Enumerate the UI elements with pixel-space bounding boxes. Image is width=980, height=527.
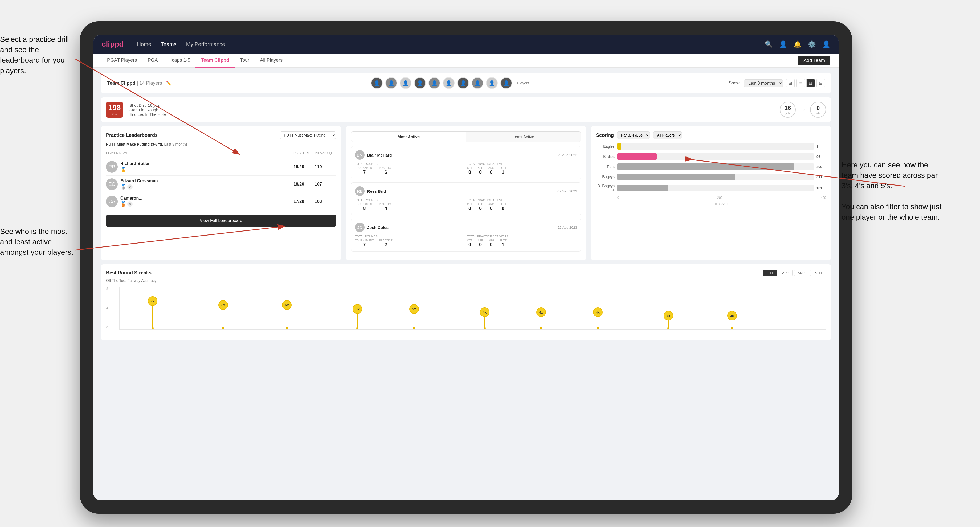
grid-view-icon[interactable]: ⊞ bbox=[786, 79, 795, 87]
add-team-button[interactable]: Add Team bbox=[798, 56, 830, 65]
pin-line bbox=[541, 317, 541, 327]
bogeys-label: Bogeys bbox=[596, 175, 615, 179]
rounds-row: Tournament 7 Practice 6 bbox=[355, 167, 465, 175]
activity-tabs: Most Active Least Active bbox=[351, 132, 581, 142]
table-header: PLAYER NAME PB SCORE PB AVG SQ bbox=[106, 150, 336, 156]
dbogeys-value: 131 bbox=[816, 186, 826, 190]
dbogeys-fill bbox=[617, 185, 668, 191]
subnav-hcaps[interactable]: Hcaps 1-5 bbox=[163, 54, 196, 68]
player-name: Richard Butler bbox=[120, 161, 150, 166]
tournament-value: 8 bbox=[355, 206, 374, 211]
end-lie: End Lie: In The Hole bbox=[129, 112, 773, 117]
streaks-tab-app[interactable]: APP bbox=[779, 270, 792, 276]
streak-pin: 4x bbox=[536, 307, 546, 329]
par-filter-select[interactable]: Par 3, 4 & 5s Par 3s Par 4s Par 5s bbox=[617, 132, 650, 139]
pb-score: 19/20 bbox=[293, 165, 315, 169]
tab-least-active[interactable]: Least Active bbox=[466, 132, 581, 141]
subnav-tour[interactable]: Tour bbox=[235, 54, 255, 68]
app-stat: APP 0 bbox=[478, 167, 483, 175]
distance-circle-1: 16 yds bbox=[780, 102, 796, 117]
streak-pin: 6x bbox=[218, 300, 228, 329]
tournament-value: 7 bbox=[355, 170, 374, 175]
player-avatar: EC bbox=[106, 178, 118, 190]
nav-home[interactable]: Home bbox=[137, 41, 151, 48]
col-player-name: PLAYER NAME bbox=[106, 151, 293, 155]
pars-value: 499 bbox=[816, 165, 826, 169]
subnav-team-clippd[interactable]: Team Clippd bbox=[196, 54, 235, 68]
chart-xaxis: 0 200 400 bbox=[596, 196, 826, 200]
tournament-label: Tournament bbox=[355, 167, 374, 170]
putt-value: 1 bbox=[500, 170, 506, 175]
bar-row-pars: Pars 499 bbox=[596, 163, 826, 170]
streak-pin: 4x bbox=[480, 307, 490, 329]
pin-dot bbox=[540, 327, 542, 329]
ott-label: OTT bbox=[467, 239, 473, 242]
bogeys-value: 311 bbox=[816, 175, 826, 179]
bogeys-fill bbox=[617, 173, 735, 180]
pin-label: 3x bbox=[663, 311, 673, 321]
app-label: APP bbox=[478, 167, 483, 170]
player-name: Cameron... bbox=[120, 196, 142, 201]
player-badge: 🥇 bbox=[120, 167, 150, 173]
arg-value: 0 bbox=[488, 206, 494, 211]
circle1-value: 16 bbox=[784, 105, 791, 111]
user-avatar-icon[interactable]: 👤 bbox=[822, 40, 830, 48]
show-period-select[interactable]: Last 3 months Last 6 months Last year bbox=[744, 79, 783, 87]
score-unit: SC bbox=[112, 112, 117, 116]
practice-activities-label: Total Practice Activities bbox=[467, 162, 577, 165]
avatar: 👤 bbox=[385, 77, 397, 89]
drill-select[interactable]: PUTT Must Make Putting... bbox=[280, 132, 336, 139]
annotation-top-left: Select a practice drill and see the lead… bbox=[0, 34, 75, 76]
streaks-tab-arg[interactable]: ARG bbox=[794, 270, 808, 276]
score-connector: → bbox=[800, 106, 806, 113]
pin-line bbox=[223, 310, 223, 327]
badge-number: 3 bbox=[127, 202, 133, 207]
practice-label: Practice bbox=[379, 203, 393, 206]
view-full-leaderboard-button[interactable]: View Full Leaderboard bbox=[106, 214, 336, 227]
practice-activities-group: Total Practice Activities OTT 0 APP 0 bbox=[467, 198, 577, 211]
arg-stat: ARG 0 bbox=[488, 239, 494, 248]
circle1-unit: yds bbox=[785, 111, 790, 115]
birdies-track bbox=[617, 153, 814, 160]
score-red-box: 198 SC bbox=[106, 102, 123, 117]
scoring-panel: Scoring Par 3, 4 & 5s Par 3s Par 4s Par … bbox=[591, 126, 831, 260]
pac-stats: Total Rounds Tournament 7 Practice 6 bbox=[355, 162, 577, 175]
subnav-pga[interactable]: PGA bbox=[142, 54, 163, 68]
settings-icon[interactable]: ⚙️ bbox=[808, 40, 816, 48]
leaderboard-title: Practice Leaderboards bbox=[106, 133, 158, 138]
pin-label: 4x bbox=[480, 307, 490, 317]
app-label: APP bbox=[478, 239, 483, 242]
person-icon[interactable]: 👤 bbox=[779, 40, 787, 48]
subnav-pgat[interactable]: PGAT Players bbox=[102, 54, 142, 68]
player-info: CA Cameron... 🥉 3 bbox=[106, 195, 293, 207]
player-avatar: CA bbox=[106, 195, 118, 207]
subnav-all-players[interactable]: All Players bbox=[255, 54, 288, 68]
player-filter-select[interactable]: All Players bbox=[653, 132, 682, 139]
nav-performance[interactable]: My Performance bbox=[186, 41, 225, 48]
putt-stat: PUTT 1 bbox=[500, 239, 506, 248]
tab-most-active[interactable]: Most Active bbox=[351, 132, 466, 141]
subnav: PGAT Players PGA Hcaps 1-5 Team Clippd T… bbox=[93, 54, 839, 68]
pin-label: 7x bbox=[148, 296, 158, 306]
streaks-tab-putt[interactable]: PUTT bbox=[810, 270, 826, 276]
pac-header: RB Rees Britt 02 Sep 2023 bbox=[355, 186, 577, 196]
activity-card: BM Blair McHarg 26 Aug 2023 Total Rounds… bbox=[351, 146, 581, 179]
table-view-icon[interactable]: ≡ bbox=[796, 79, 805, 87]
card-view-icon[interactable]: ▦ bbox=[807, 79, 815, 87]
putt-value: 1 bbox=[500, 242, 506, 248]
table-row: RB Richard Butler 🥇 19/20 110 bbox=[106, 158, 336, 176]
streaks-title: Best Round Streaks bbox=[106, 270, 151, 276]
arg-label: ARG bbox=[488, 203, 494, 206]
streaks-tab-ott[interactable]: OTT bbox=[763, 270, 777, 276]
tournament-label: Tournament bbox=[355, 203, 374, 206]
scoring-header: Scoring Par 3, 4 & 5s Par 3s Par 4s Par … bbox=[596, 132, 826, 139]
bell-icon[interactable]: 🔔 bbox=[794, 40, 802, 48]
nav-teams[interactable]: Teams bbox=[161, 41, 177, 48]
xaxis-200: 200 bbox=[717, 196, 722, 200]
practice-activities-label: Total Practice Activities bbox=[467, 235, 577, 238]
list-view-icon[interactable]: ⊟ bbox=[816, 79, 825, 87]
search-icon[interactable]: 🔍 bbox=[765, 40, 773, 48]
edit-icon[interactable]: ✏️ bbox=[166, 81, 172, 86]
pin-dot bbox=[667, 327, 670, 329]
ott-stat: OTT 0 bbox=[467, 203, 473, 211]
